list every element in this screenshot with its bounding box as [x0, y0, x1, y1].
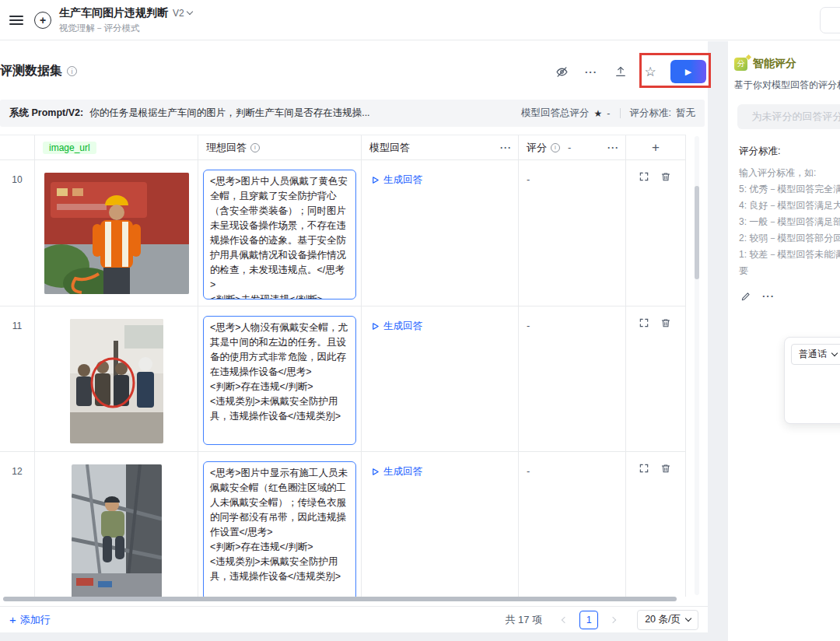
- smart-score-header: 分 智能评分: [734, 57, 840, 71]
- score-cell[interactable]: -: [519, 452, 626, 597]
- app-logo-icon[interactable]: +: [34, 12, 51, 29]
- placeholder-line: 输入评分标准，如:: [739, 165, 840, 181]
- delete-row-button[interactable]: [660, 171, 671, 182]
- ideal-answer-cell: <思考>图片中显示有施工人员未佩戴安全帽（红色圈注区域的工人未佩戴安全帽）；传绿…: [198, 452, 362, 597]
- score-header-dash: -: [568, 142, 571, 153]
- hide-columns-button[interactable]: [549, 59, 574, 84]
- chevron-right-icon: [610, 616, 616, 622]
- play-outline-icon: [371, 468, 380, 476]
- generate-answer-button[interactable]: 生成回答: [371, 320, 422, 333]
- ideal-answer-editor[interactable]: <思考>图片中人员佩戴了黄色安全帽，且穿戴了安全防护背心（含安全带类装备）；同时…: [203, 170, 356, 299]
- favorite-button[interactable]: ☆: [638, 59, 663, 84]
- chevron-down-icon: [186, 9, 192, 15]
- vertical-scrollbar[interactable]: [695, 136, 699, 595]
- delete-row-button[interactable]: [660, 463, 671, 474]
- table-header: image_url 理想回答 i 模型回答 ··· 评分 i - ··· +: [0, 135, 686, 160]
- ideal-text: <思考>人物没有佩戴安全帽，尤其是中间的和左边的任务。且设备的使用方式非常危险，…: [210, 320, 349, 380]
- ellipsis-icon: ···: [585, 66, 597, 78]
- score-column-menu-button[interactable]: ···: [607, 142, 619, 153]
- generate-answer-button[interactable]: 生成回答: [371, 465, 422, 478]
- dataset-toolbar: ··· ☆ ▶: [549, 58, 706, 85]
- info-icon[interactable]: i: [250, 143, 260, 152]
- menu-icon[interactable]: [9, 16, 23, 25]
- header-partial-button[interactable]: [820, 7, 840, 33]
- workshop-photo-worker-vest[interactable]: [44, 173, 189, 294]
- ideal-answer-header: 理想回答 i: [198, 135, 362, 159]
- workshop-photo-scaffolding[interactable]: [72, 464, 162, 597]
- row-index: 11: [0, 306, 35, 451]
- run-button[interactable]: ▶: [670, 60, 706, 83]
- image-cell: [35, 160, 198, 306]
- chevron-down-icon: [685, 615, 691, 622]
- dialect-select[interactable]: 普通话: [791, 344, 840, 365]
- ideal-answer-editor[interactable]: <思考>图片中显示有施工人员未佩戴安全帽（红色圈注区域的工人未佩戴安全帽）；传绿…: [203, 461, 356, 597]
- table-row: 12: [0, 452, 686, 597]
- expand-row-button[interactable]: [639, 171, 649, 182]
- ideal-text: <判断>未发现违规</判断>: [210, 292, 349, 299]
- smart-score-description: 基于你对模型回答的评分标准，: [734, 79, 840, 92]
- expand-row-button[interactable]: [639, 463, 649, 474]
- more-actions-button[interactable]: ···: [579, 59, 604, 84]
- add-row-button[interactable]: + 添加行: [9, 613, 51, 627]
- score-cell[interactable]: -: [519, 160, 626, 306]
- placeholder-line: 4: 良好－模型回答满足大: [739, 198, 840, 214]
- next-page-button[interactable]: [604, 611, 623, 629]
- vertical-scrollbar-thumb[interactable]: [695, 186, 699, 279]
- criteria-actions: ···: [740, 290, 840, 302]
- ideal-text: <思考>图片中人员佩戴了黄色安全帽，且穿戴了安全防护背心（含安全带类装备）；同时…: [210, 174, 349, 292]
- horizontal-scrollbar[interactable]: [0, 596, 692, 602]
- info-icon[interactable]: i: [551, 143, 560, 152]
- total-score-value: -: [607, 108, 610, 119]
- delete-row-button[interactable]: [660, 317, 671, 328]
- criteria-label: 评分标准:: [630, 107, 671, 120]
- dataset-title-row: 评测数据集 i: [0, 63, 77, 79]
- title-block: 生产车间图片违规判断 V2 视觉理解－评分模式: [59, 6, 192, 34]
- chevron-left-icon: [562, 616, 568, 622]
- dataset-title: 评测数据集: [0, 63, 62, 79]
- model-answer-cell: 生成回答: [362, 452, 519, 597]
- dataset-table: image_url 理想回答 i 模型回答 ··· 评分 i - ··· + 1…: [0, 135, 686, 597]
- expand-row-button[interactable]: [639, 317, 649, 328]
- trash-icon: [660, 171, 671, 182]
- trash-icon: [660, 463, 671, 474]
- ideal-text: <违规类别>未佩戴安全防护用具，违规操作设备</违规类别>: [210, 555, 349, 584]
- score-unrated-button[interactable]: 为未评分的回答评分: [737, 104, 840, 129]
- edit-criteria-button[interactable]: [740, 291, 751, 302]
- score-cell[interactable]: -: [519, 306, 626, 451]
- system-prompt-label: 系统 Prompt/V2:: [9, 107, 83, 120]
- expand-icon: [639, 463, 649, 474]
- version-selector[interactable]: V2: [173, 8, 192, 19]
- ideal-answer-editor[interactable]: <思考>人物没有佩戴安全帽，尤其是中间的和左边的任务。且设备的使用方式非常危险，…: [203, 316, 356, 445]
- total-score-label: 模型回答总评分: [521, 107, 590, 120]
- row-index: 12: [0, 452, 35, 597]
- horizontal-scrollbar-thumb[interactable]: [3, 597, 677, 601]
- system-prompt-bar[interactable]: 系统 Prompt/V2: 你的任务是根据生产车间的图片，判断生产车间是否存在违…: [0, 100, 705, 127]
- expand-icon: [639, 171, 649, 182]
- add-column-button[interactable]: +: [652, 141, 660, 154]
- bottom-strip: [0, 632, 708, 641]
- criteria-value: 暂无: [676, 107, 695, 120]
- pencil-icon: [740, 291, 751, 302]
- score-header: 评分 i - ···: [519, 135, 626, 159]
- criteria-placeholder[interactable]: 输入评分标准，如: 5: 优秀－模型回答完全满 4: 良好－模型回答满足大 3:…: [739, 165, 840, 279]
- smart-score-title: 智能评分: [753, 57, 796, 71]
- model-column-menu-button[interactable]: ···: [500, 142, 512, 153]
- ideal-answer-cell: <思考>人物没有佩戴安全帽，尤其是中间的和左边的任务。且设备的使用方式非常危险，…: [198, 306, 362, 451]
- generate-answer-button[interactable]: 生成回答: [371, 173, 422, 187]
- score-label: 评分: [527, 141, 547, 155]
- workshop-photo-workers-group[interactable]: [70, 319, 163, 443]
- row-index: 10: [0, 160, 35, 306]
- current-page-button[interactable]: 1: [579, 611, 598, 629]
- dialect-popover: 普通话: [784, 337, 840, 424]
- prev-page-button[interactable]: [555, 611, 573, 629]
- trash-icon: [660, 317, 671, 328]
- panel-gutter: [708, 41, 728, 641]
- image-url-tag[interactable]: image_url: [43, 142, 96, 154]
- total-count: 共 17 项: [505, 613, 542, 627]
- upload-button[interactable]: [608, 59, 633, 84]
- info-icon[interactable]: i: [67, 66, 77, 76]
- page-size-select[interactable]: 20 条/页: [637, 610, 698, 630]
- ideal-text: <违规类别>未佩戴安全防护用具，违规操作设备</违规类别>: [210, 394, 349, 424]
- image-cell: [35, 306, 198, 451]
- criteria-more-button[interactable]: ···: [762, 290, 775, 302]
